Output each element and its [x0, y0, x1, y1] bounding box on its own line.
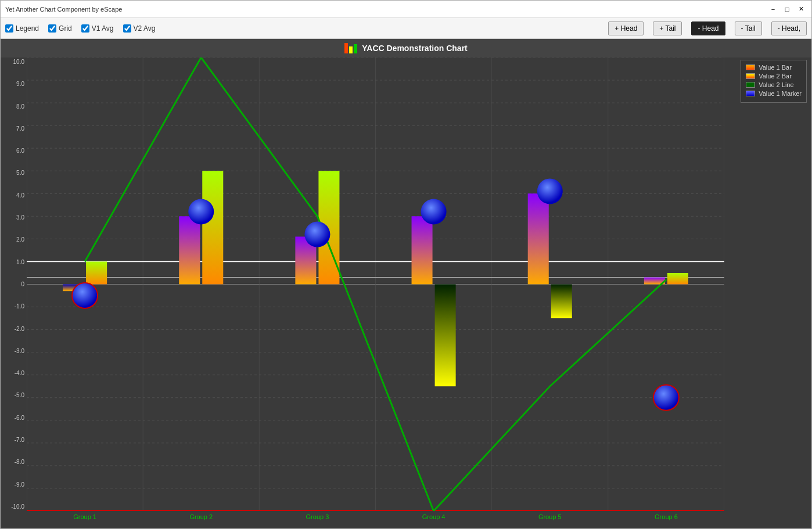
svg-rect-42	[551, 285, 572, 319]
title-bar: Yet Another Chart Component by eScape − …	[1, 1, 811, 18]
v1avg-checkbox[interactable]: V1 Avg	[81, 24, 114, 33]
y-label-n9: -9.0	[15, 481, 24, 488]
legend-item-3: Value 1 Marker	[746, 90, 802, 97]
close-button[interactable]: ✕	[795, 4, 807, 15]
chart-icon	[344, 43, 357, 53]
y-label-0: 0	[21, 281, 24, 287]
y-label-7: 7.0	[16, 125, 24, 132]
maximize-button[interactable]: □	[781, 4, 793, 15]
legend-label: Legend	[16, 24, 39, 33]
y-label-10: 10.0	[13, 59, 24, 65]
y-label-n10: -10.0	[11, 503, 24, 510]
window-title: Yet Another Chart Component by eScape	[5, 6, 122, 13]
remove-head2-button[interactable]: - Head,	[771, 21, 807, 35]
legend-item-1: Value 2 Bar	[746, 73, 802, 80]
y-label-2: 2.0	[16, 236, 24, 243]
chart-title-bar: YACC Demonstration Chart	[1, 39, 811, 57]
chart-container: YACC Demonstration Chart Value 1 Bar Val…	[1, 39, 811, 528]
y-label-n2: -2.0	[15, 326, 24, 332]
x-axis: Group 1 Group 2 Group 3 Group 4 Group 5 …	[27, 511, 724, 528]
legend-swatch-1	[746, 73, 755, 79]
svg-rect-41	[435, 285, 456, 387]
x-label-1: Group 1	[27, 513, 143, 520]
svg-point-47	[421, 199, 447, 225]
minimize-button[interactable]: −	[767, 4, 779, 15]
add-head-button[interactable]: + Head	[608, 21, 644, 35]
svg-rect-38	[86, 261, 107, 284]
icon-bar-1	[344, 43, 348, 53]
icon-bar-2	[349, 46, 353, 53]
v2avg-label: V2 Avg	[134, 24, 156, 33]
legend-swatch-0	[746, 64, 755, 70]
y-label-n4: -4.0	[15, 370, 24, 376]
remove-tail-button[interactable]: - Tail	[735, 21, 762, 35]
chart-svg	[27, 57, 724, 511]
legend-label-1: Value 2 Bar	[759, 73, 792, 80]
svg-rect-35	[412, 216, 433, 284]
y-label-5: 5.0	[16, 170, 24, 176]
y-label-1: 1.0	[16, 259, 24, 265]
y-label-9: 9.0	[16, 81, 24, 87]
y-label-6: 6.0	[16, 147, 24, 154]
y-label-8: 8.0	[16, 103, 24, 110]
legend-label-2: Value 2 Line	[759, 81, 793, 88]
y-label-n3: -3.0	[15, 348, 24, 354]
svg-rect-39	[202, 171, 223, 284]
legend-swatch-3	[746, 91, 755, 96]
x-label-6: Group 6	[608, 513, 724, 520]
svg-point-45	[188, 199, 214, 225]
y-label-n7: -7.0	[15, 437, 24, 443]
y-label-n6: -6.0	[15, 415, 24, 421]
svg-point-48	[537, 178, 563, 204]
toolbar: Legend Grid V1 Avg V2 Avg + Head + Tail …	[1, 18, 811, 39]
svg-rect-33	[179, 216, 200, 284]
x-label-2: Group 2	[143, 513, 259, 520]
legend-item-2: Value 2 Line	[746, 81, 802, 88]
v2avg-checkbox[interactable]: V2 Avg	[123, 24, 156, 33]
grid-checkbox[interactable]: Grid	[48, 24, 72, 33]
window-controls: − □ ✕	[767, 4, 807, 15]
svg-point-44	[72, 283, 98, 308]
legend-checkbox[interactable]: Legend	[5, 24, 39, 33]
x-label-3: Group 3	[259, 513, 375, 520]
add-tail-button[interactable]: + Tail	[653, 21, 682, 35]
y-axis: 10.0 9.0 8.0 7.0 6.0 5.0 4.0 3.0 2.0 1.0…	[1, 57, 27, 511]
svg-point-49	[653, 385, 679, 411]
y-label-n8: -8.0	[15, 459, 24, 465]
legend-box: Value 1 Bar Value 2 Bar Value 2 Line Val…	[741, 60, 807, 103]
app-window: Yet Another Chart Component by eScape − …	[0, 0, 812, 529]
x-label-5: Group 5	[492, 513, 608, 520]
icon-bar-3	[354, 44, 357, 53]
svg-rect-36	[528, 193, 549, 284]
legend-swatch-2	[746, 82, 755, 88]
grid-label: Grid	[59, 24, 72, 33]
legend-label-3: Value 1 Marker	[759, 90, 802, 97]
y-label-n1: -1.0	[15, 303, 24, 310]
y-label-3: 3.0	[16, 214, 24, 221]
legend-item-0: Value 1 Bar	[746, 64, 802, 71]
legend-label-0: Value 1 Bar	[759, 64, 792, 71]
x-label-4: Group 4	[376, 513, 492, 520]
svg-point-46	[304, 222, 330, 247]
v1avg-label: V1 Avg	[92, 24, 114, 33]
chart-title: YACC Demonstration Chart	[362, 44, 468, 53]
remove-head-button[interactable]: - Head	[691, 21, 725, 35]
svg-rect-43	[667, 273, 688, 285]
y-label-n5: -5.0	[15, 392, 24, 398]
y-label-4: 4.0	[16, 192, 24, 199]
